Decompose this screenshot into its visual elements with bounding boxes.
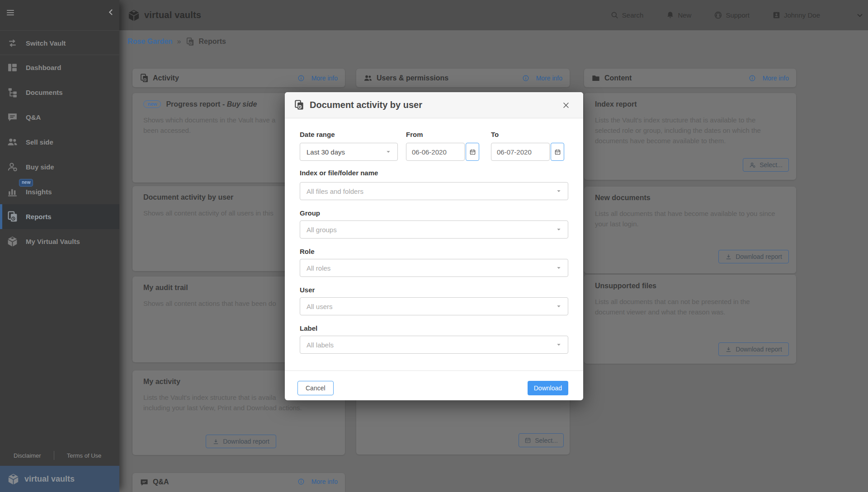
download-icon [725,253,732,260]
more-info-label: More info [311,75,338,82]
content-column-header: Content More info [584,69,796,87]
sidebar-brand-footer[interactable]: virtual vaults [0,466,119,492]
calendar-icon [524,437,531,444]
dashboard-grid-icon [7,62,18,73]
search-label: Search [622,11,644,19]
group-label: Group [300,209,320,217]
role-placeholder: All roles [307,264,330,272]
calendar-icon [469,149,476,155]
download-report-button[interactable]: Download report [718,342,789,356]
breadcrumb-separator: » [177,37,181,46]
sidebar-item-label: Dashboard [26,64,61,71]
download-report-button[interactable]: Download report [718,250,789,263]
new-label: New [678,11,691,19]
new-notifications-button[interactable]: New [666,11,691,19]
card-unsupported-files[interactable]: Unsupported files Lists all documents th… [584,275,796,364]
user-menu[interactable]: Johnny Doe [772,11,820,19]
report-icon [294,100,304,110]
sidebar-item-label: Q&A [26,113,41,121]
sidebar: Switch Vault Dashboard Documents Q&A Sel… [0,0,119,492]
report-icon [186,37,194,46]
caret-down-icon [555,303,562,310]
caret-down-icon [555,187,562,195]
sidebar-item-my-virtual-vaults[interactable]: My Virtual Vaults [0,229,119,254]
people-icon [7,136,18,148]
to-calendar-button[interactable] [551,143,564,161]
app-root: virtual vaults Search New Support Johnny… [0,0,868,492]
caret-down-icon [555,341,562,348]
content-column-title: Content [604,74,632,82]
user-name: Johnny Doe [784,11,820,19]
footer-links-divider [54,451,54,460]
support-button[interactable]: Support [714,11,750,19]
card-description: Lists all documents that have become ava… [595,208,792,229]
download-icon [212,438,219,445]
download-report-button[interactable]: Download report [206,435,276,448]
sidebar-item-switch-vault[interactable]: Switch Vault [0,31,119,56]
select-label: Select... [535,437,558,444]
card-title: New documents [595,194,651,202]
qa-more-info-link[interactable]: More info [297,478,338,485]
sidebar-item-dashboard[interactable]: Dashboard [0,55,119,80]
select-button[interactable]: Select... [519,433,564,447]
modal-header: Document activity by user [285,92,583,118]
download-button[interactable]: Download [528,381,568,395]
card-index-report[interactable]: Index report Lists the Vault's index str… [584,93,796,180]
disclaimer-link[interactable]: Disclaimer [14,452,41,459]
from-calendar-button[interactable] [466,143,479,161]
modal-footer: Cancel Download [285,370,583,400]
qa-column-title: Q&A [153,478,169,486]
from-date-input[interactable] [406,143,465,161]
chevron-down-icon[interactable] [855,11,864,20]
sidebar-footer-links: Disclaimer Terms of Use [0,445,119,466]
select-button[interactable]: Select... [743,158,789,172]
calendar-icon [554,149,561,155]
search-button[interactable]: Search [610,11,644,19]
info-icon [297,75,305,82]
breadcrumb-current: Reports [199,37,226,46]
users-more-info-link[interactable]: More info [522,75,562,82]
report-icon [7,211,18,222]
chat-icon [140,478,149,487]
activity-column-title: Activity [153,74,179,82]
terms-of-use-link[interactable]: Terms of Use [67,452,102,459]
person-icon [749,162,756,169]
role-select[interactable]: All roles [300,259,568,277]
qa-column-header: Q&A More info [132,473,345,492]
cube-logo-icon [7,473,19,485]
brand-logo[interactable]: virtual vaults [127,0,201,30]
content-more-info-link[interactable]: More info [749,75,789,82]
card-title: Document activity by user [143,193,233,201]
sidebar-item-insights[interactable]: new Insights [0,179,119,204]
hamburger-menu-icon[interactable] [5,8,15,18]
select-label: Select... [760,161,783,169]
sidebar-item-label: My Virtual Vaults [26,238,80,245]
download-report-label: Download report [736,346,782,353]
breadcrumb-vault-link[interactable]: Rose Garden [127,37,173,46]
sidebar-item-qa[interactable]: Q&A [0,105,119,130]
sidebar-item-documents[interactable]: Documents [0,80,119,105]
date-range-select[interactable]: Last 30 days [300,143,398,161]
cancel-button[interactable]: Cancel [297,381,334,395]
close-icon[interactable] [561,101,571,110]
card-new-documents[interactable]: New documents Lists all documents that h… [584,187,796,273]
to-date-input[interactable] [491,143,550,161]
user-select[interactable]: All users [300,297,568,315]
from-label: From [406,131,423,138]
caret-down-icon [555,226,562,233]
date-range-value: Last 30 days [307,148,345,156]
group-select[interactable]: All groups [300,220,568,239]
swap-arrows-icon [7,37,18,49]
index-select[interactable]: All files and folders [300,182,568,200]
download-report-label: Download report [736,253,782,260]
download-icon [725,346,732,353]
sidebar-item-buy-side[interactable]: Buy side [0,155,119,179]
card-description: Lists the Vault's index structure that i… [595,115,789,146]
collapse-sidebar-icon[interactable] [107,8,116,17]
sidebar-item-sell-side[interactable]: Sell side [0,130,119,155]
info-icon [297,478,305,485]
label-select[interactable]: All labels [300,336,568,354]
sidebar-item-reports[interactable]: Reports [0,204,119,229]
activity-more-info-link[interactable]: More info [297,75,338,82]
breadcrumb: Rose Garden » Reports [127,36,226,47]
